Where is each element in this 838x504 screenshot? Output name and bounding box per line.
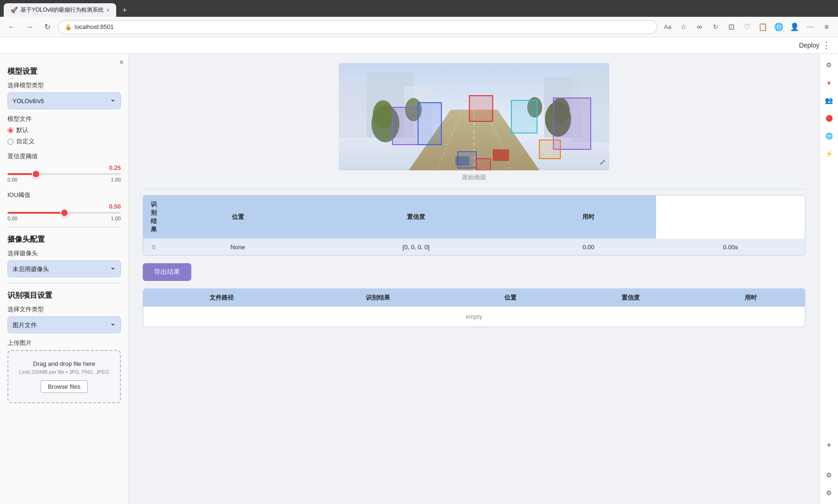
app-container: × 模型设置 选择模型类型 YOLOv8/v5 模型文件 默认 自定义 置信度阈… — [0, 54, 838, 504]
collections-button[interactable]: 📋 — [756, 20, 770, 34]
sidebar-close-button[interactable]: × — [119, 58, 124, 67]
right-panel-icon-4[interactable]: 🌐 — [822, 128, 837, 143]
image-caption: 原始画面 — [462, 173, 486, 182]
svg-point-11 — [373, 100, 393, 128]
reload-button[interactable]: ↻ — [40, 20, 54, 34]
svg-rect-21 — [539, 140, 560, 159]
streamlit-header: Deploy ⋮ — [0, 37, 838, 54]
upload-label: 上传图片 — [7, 339, 121, 347]
file-type-select[interactable]: 图片文件 — [7, 316, 121, 333]
svg-rect-25 — [455, 156, 469, 166]
confidence-value: 0.25 — [7, 164, 121, 171]
batch-table-header-row: 文件路径 识别结果 位置 置信度 用时 — [143, 289, 805, 307]
batch-col-position: 位置 — [456, 289, 565, 307]
results-table-header-row: 识别结果 位置 置信度 用时 — [143, 196, 805, 239]
iou-label: IOU阈值 — [7, 191, 121, 199]
radio-custom-item[interactable]: 自定义 — [7, 137, 121, 146]
camera-select[interactable]: 未启用摄像头 — [7, 260, 121, 277]
svg-rect-18 — [469, 96, 493, 121]
radio-custom-label: 自定义 — [16, 137, 35, 146]
svg-rect-16 — [392, 107, 418, 145]
radio-default-input[interactable] — [7, 127, 14, 133]
upload-limit-text: Limit 200MB per file • JPG, PNG, JPEG — [16, 369, 112, 375]
address-bar[interactable]: 🔒 localhost:8501 — [58, 20, 657, 34]
radio-custom-input[interactable] — [7, 139, 14, 145]
url-text: localhost:8501 — [75, 23, 114, 30]
export-section: 导出结果 — [143, 263, 805, 281]
model-settings-title: 模型设置 — [7, 67, 121, 77]
iou-slider-container: 0.50 0.00 1.00 — [7, 203, 121, 221]
iou-track — [7, 212, 121, 214]
model-file-radio-group: 默认 自定义 — [7, 126, 121, 146]
upload-dropzone[interactable]: Drag and drop file here Limit 200MB per … — [7, 350, 121, 403]
right-panel-icon-2[interactable]: 👥 — [822, 93, 837, 108]
image-wrapper: ⤢ — [339, 63, 609, 170]
row-index-cell: 0 — [143, 239, 164, 256]
right-panel-settings-2[interactable]: ⚙ — [822, 485, 837, 500]
settings-button[interactable]: ⋯ — [803, 20, 817, 34]
road-scene-svg — [339, 63, 609, 170]
row-time-cell: 0.00s — [656, 239, 805, 256]
confidence-slider-container: 0.25 0.00 1.00 — [7, 164, 121, 182]
divider-2 — [7, 283, 121, 283]
reader-mode-button[interactable]: Aa — [661, 20, 675, 34]
bookmark-button[interactable]: ☆ — [677, 20, 691, 34]
batch-empty-row: empty — [143, 307, 805, 327]
browse-files-button[interactable]: Browse files — [41, 380, 87, 393]
active-tab[interactable]: 🚀 基于YOLOv8的吸烟行为检测系统 × — [4, 3, 116, 17]
batch-col-result: 识别结果 — [300, 289, 457, 307]
image-section: ⤢ 原始画面 — [143, 63, 805, 182]
model-type-label: 选择模型类型 — [7, 81, 121, 90]
sidebar-toggle[interactable]: ⊞ — [819, 20, 833, 34]
right-panel-icon-1[interactable]: ♦ — [822, 75, 837, 90]
tab-title: 基于YOLOv8的吸烟行为检测系统 — [21, 6, 104, 14]
svg-rect-24 — [493, 149, 509, 161]
deploy-button[interactable]: Deploy — [799, 42, 819, 49]
tab-bar: 🚀 基于YOLOv8的吸烟行为检测系统 × + — [0, 0, 838, 17]
camera-select-label: 选择摄像头 — [7, 249, 121, 258]
batch-table-wrapper: 文件路径 识别结果 位置 置信度 用时 empty — [143, 288, 805, 327]
favorites-button[interactable]: ♡ — [740, 20, 754, 34]
right-panel-add-icon[interactable]: + — [822, 438, 837, 453]
svg-rect-23 — [476, 159, 490, 170]
right-panel-icon-3[interactable]: 🔴 — [822, 111, 837, 126]
results-table: 识别结果 位置 置信度 用时 0 None [0, 0, 0, 0] 0.00 … — [143, 196, 805, 255]
translate-button[interactable]: 🌐 — [772, 20, 786, 34]
lock-icon: 🔒 — [65, 24, 72, 30]
camera-config-title: 摄像头配置 — [7, 235, 121, 245]
batch-col-confidence: 置信度 — [565, 289, 697, 307]
upload-drag-text: Drag and drop file here — [16, 360, 112, 367]
right-panel-settings-bottom[interactable]: ⚙ — [822, 468, 837, 483]
refresh-icon-btn[interactable]: ↻ — [708, 20, 722, 34]
back-button[interactable]: ← — [5, 20, 19, 34]
copilot-button[interactable]: ∞ — [692, 20, 706, 34]
right-panel-icon-0[interactable]: ⚙ — [822, 57, 837, 72]
model-type-select[interactable]: YOLOv8/v5 — [7, 92, 121, 109]
split-view-button[interactable]: ⊡ — [724, 20, 738, 34]
forward-button[interactable]: → — [22, 20, 36, 34]
results-table-wrapper: 识别结果 位置 置信度 用时 0 None [0, 0, 0, 0] 0.00 … — [143, 195, 805, 256]
more-options-button[interactable]: ⋮ — [822, 40, 831, 50]
nav-right-icons: Aa ☆ ∞ ↻ ⊡ ♡ 📋 🌐 👤 ⋯ ⊞ — [661, 20, 833, 34]
content-divider — [143, 189, 805, 189]
row-result-cell: None — [164, 239, 311, 256]
new-tab-button[interactable]: + — [118, 4, 131, 17]
divider-1 — [7, 227, 121, 227]
profile-button[interactable]: 👤 — [788, 20, 802, 34]
expand-icon[interactable]: ⤢ — [600, 158, 606, 167]
model-file-label: 模型文件 — [7, 115, 121, 123]
export-button[interactable]: 导出结果 — [143, 263, 191, 281]
col-header-confidence: 置信度 — [311, 196, 521, 239]
right-panel-icon-5[interactable]: ⚡ — [822, 146, 837, 161]
batch-empty-cell: empty — [143, 307, 805, 327]
iou-fill — [7, 212, 64, 214]
col-header-result: 识别结果 — [143, 196, 164, 239]
right-panel-bottom: + ⚙ ⚙ — [822, 438, 837, 500]
radio-default-item[interactable]: 默认 — [7, 126, 121, 134]
project-settings-title: 识别项目设置 — [7, 291, 121, 301]
tab-close-icon[interactable]: × — [106, 7, 110, 14]
col-header-position: 位置 — [164, 196, 311, 239]
svg-rect-17 — [418, 103, 441, 145]
batch-col-time: 用时 — [697, 289, 805, 307]
batch-col-path: 文件路径 — [143, 289, 300, 307]
